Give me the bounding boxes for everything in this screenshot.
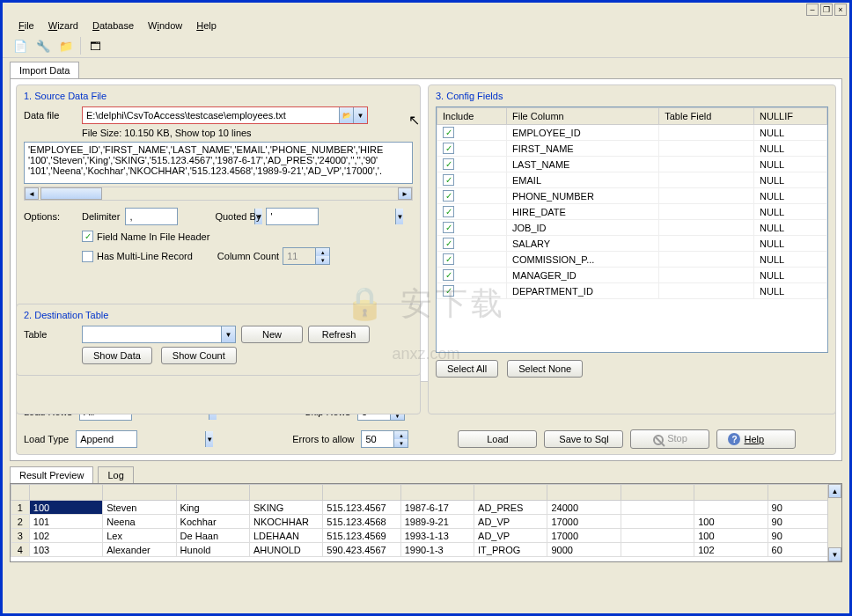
selectall-button[interactable]: Select All [436, 360, 498, 378]
menubar: File Wizard Database Window Help [3, 17, 849, 34]
scroll-left-icon[interactable]: ◄ [25, 187, 39, 200]
menu-window[interactable]: Window [141, 18, 189, 33]
table-combo[interactable]: ▼ [82, 326, 236, 343]
showcount-button[interactable]: Show Count [161, 347, 237, 364]
help-button[interactable]: Help [716, 429, 796, 449]
include-checkbox[interactable]: ✓ [443, 253, 454, 265]
chevron-down-icon[interactable]: ▼ [221, 326, 235, 342]
config-grid[interactable]: IncludeFile ColumnTable FieldNULLIF✓EMPL… [436, 106, 828, 353]
tab-result-preview[interactable]: Result Preview [10, 466, 93, 483]
fieldname-checkbox[interactable]: ✓ [82, 231, 93, 242]
grid-row[interactable]: ✓LAST_NAMENULL [437, 157, 827, 172]
tool-icon-1[interactable]: 📄 [11, 37, 29, 55]
colcount-spin[interactable]: ▲▼ [283, 247, 330, 265]
result-row[interactable]: 4103AlexanderHunoldAHUNOLD590.423.456719… [11, 543, 841, 557]
panel-dest-table: 2. Destination Table Table ▼ New Refresh… [16, 304, 421, 376]
showdata-button[interactable]: Show Data [82, 347, 152, 364]
selectnone-button[interactable]: Select None [507, 360, 583, 378]
tool-icon-4[interactable]: 🗔 [86, 37, 104, 55]
grid-header[interactable]: Include [437, 108, 507, 125]
quotedby-label: Quoted By [215, 211, 261, 222]
grid-row[interactable]: ✓EMPLOYEE_IDNULL [437, 125, 827, 141]
include-checkbox[interactable]: ✓ [443, 222, 454, 233]
include-checkbox[interactable]: ✓ [443, 285, 454, 297]
datafile-input[interactable] [83, 110, 339, 121]
spindown-icon[interactable]: ▼ [315, 256, 329, 264]
close-button[interactable]: × [834, 4, 847, 16]
multiline-label: Has Multi-Line Record [97, 251, 193, 261]
savetosql-button[interactable]: Save to Sql [544, 430, 623, 448]
grid-row[interactable]: ✓MANAGER_IDNULL [437, 268, 827, 283]
options-label: Options: [24, 211, 77, 222]
grid-row[interactable]: ✓PHONE_NUMBERNULL [437, 188, 827, 204]
delimiter-combo[interactable]: ▼ [125, 208, 178, 225]
loadtype-combo[interactable]: ▼ [76, 430, 137, 448]
errors-spin[interactable]: ▲▼ [361, 430, 408, 448]
grid-row[interactable]: ✓COMMISSION_P...NULL [437, 252, 827, 268]
minimize-button[interactable]: – [806, 4, 819, 16]
include-checkbox[interactable]: ✓ [443, 127, 454, 138]
filesize-text: File Size: 10.150 KB, Show top 10 lines [82, 128, 413, 138]
section1-title: 1. Source Data File [24, 91, 413, 101]
section2-title: 2. Destination Table [24, 310, 413, 320]
new-button[interactable]: New [241, 326, 303, 343]
include-checkbox[interactable]: ✓ [443, 269, 454, 281]
bottom-tab-strip: Result Preview Log [10, 466, 842, 483]
include-checkbox[interactable]: ✓ [443, 158, 454, 170]
menu-file[interactable]: File [11, 18, 41, 33]
datafile-label: Data file [24, 110, 77, 121]
datafile-combo[interactable]: 📂 ▼ [82, 106, 368, 124]
result-row[interactable]: 1100StevenKingSKING515.123.45671987-6-17… [11, 501, 841, 515]
menu-database[interactable]: Database [85, 18, 141, 33]
quotedby-combo[interactable]: ▼ [266, 208, 319, 225]
browse-icon[interactable]: 📂 [339, 107, 353, 123]
result-row[interactable]: 3102LexDe HaanLDEHAAN515.123.45691993-1-… [11, 529, 841, 543]
colcount-label: Column Count [217, 251, 279, 261]
result-grid[interactable]: 1100StevenKingSKING515.123.45671987-6-17… [10, 483, 842, 562]
grid-row[interactable]: ✓FIRST_NAMENULL [437, 141, 827, 157]
result-vscroll[interactable]: ▲ ▼ [827, 484, 841, 561]
scroll-down-icon[interactable]: ▼ [828, 547, 841, 561]
include-checkbox[interactable]: ✓ [443, 238, 454, 249]
result-row[interactable]: 2101NeenaKochharNKOCHHAR515.123.45681989… [11, 515, 841, 529]
panel-config-fields: 3. Config Fields IncludeFile ColumnTable… [428, 84, 836, 414]
tool-icon-2[interactable]: 🔧 [34, 37, 52, 55]
toolbar: 📄 🔧 📁 🗔 [3, 34, 849, 58]
section3-title: 3. Config Fields [436, 91, 828, 101]
chevron-down-icon[interactable]: ▼ [395, 209, 403, 224]
grid-row[interactable]: ✓SALARYNULL [437, 236, 827, 252]
include-checkbox[interactable]: ✓ [443, 143, 454, 154]
tab-log[interactable]: Log [98, 466, 133, 483]
table-label: Table [24, 329, 77, 340]
grid-header[interactable]: NULLIF [754, 108, 827, 125]
stop-button: Stop [630, 429, 709, 448]
menu-wizard[interactable]: Wizard [41, 18, 85, 33]
preview-hscroll[interactable]: ◄ ► [24, 187, 413, 201]
grid-row[interactable]: ✓HIRE_DATENULL [437, 204, 827, 220]
grid-row[interactable]: ✓EMAILNULL [437, 172, 827, 188]
scroll-right-icon[interactable]: ► [398, 187, 412, 200]
scroll-thumb[interactable] [40, 187, 102, 200]
errors-label: Errors to allow [292, 434, 354, 444]
load-button[interactable]: Load [458, 430, 537, 448]
grid-header[interactable]: File Column [506, 108, 658, 125]
include-checkbox[interactable]: ✓ [443, 206, 454, 217]
refresh-button[interactable]: Refresh [308, 326, 370, 343]
grid-header[interactable]: Table Field [659, 108, 754, 125]
spinup-icon[interactable]: ▲ [315, 248, 329, 256]
grid-row[interactable]: ✓JOB_IDNULL [437, 220, 827, 236]
chevron-down-icon[interactable]: ▼ [205, 431, 213, 447]
maximize-button[interactable]: ❐ [820, 4, 833, 16]
grid-row[interactable]: ✓DEPARTMENT_IDNULL [437, 283, 827, 299]
include-checkbox[interactable]: ✓ [443, 174, 454, 186]
tab-strip: Import Data [3, 58, 849, 78]
tab-import-data[interactable]: Import Data [10, 62, 79, 78]
stop-icon [653, 435, 664, 445]
delimiter-label: Delimiter [82, 211, 120, 222]
menu-help[interactable]: Help [189, 18, 224, 33]
tool-icon-3[interactable]: 📁 [57, 37, 75, 55]
include-checkbox[interactable]: ✓ [443, 190, 454, 202]
scroll-up-icon[interactable]: ▲ [828, 484, 841, 498]
chevron-down-icon[interactable]: ▼ [353, 107, 367, 123]
multiline-checkbox[interactable] [82, 251, 93, 262]
